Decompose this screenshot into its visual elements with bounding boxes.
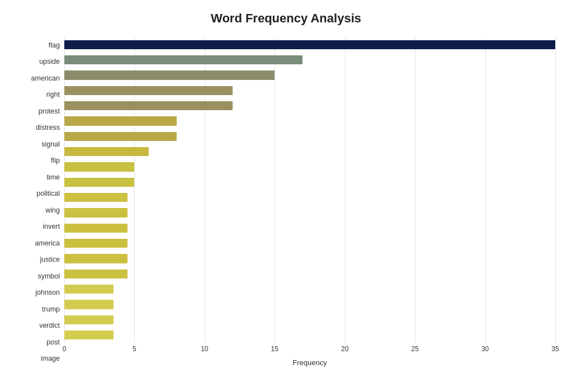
bar (64, 330, 114, 339)
bar (64, 193, 127, 202)
bar (64, 86, 233, 95)
bar-row (64, 52, 555, 67)
bar-row (64, 282, 555, 297)
bar-row (64, 159, 555, 174)
bar (64, 70, 275, 79)
y-label: protest (39, 103, 64, 120)
bar-row (64, 144, 555, 159)
y-label: trump (42, 301, 64, 318)
x-tick: 10 (201, 345, 208, 353)
bar (64, 285, 114, 294)
x-tick: 20 (341, 345, 348, 353)
bar-row (64, 174, 555, 190)
x-tick: 5 (133, 345, 136, 353)
y-label: america (35, 235, 64, 252)
y-label: symbol (37, 268, 64, 285)
bar-row (64, 37, 555, 52)
bar (64, 132, 177, 141)
bar-row (64, 114, 555, 129)
bar-row (64, 328, 555, 343)
bars-wrapper (64, 37, 555, 343)
bar-row (64, 83, 555, 98)
x-tick: 30 (481, 345, 489, 353)
bar (64, 101, 233, 110)
grid-line (555, 37, 556, 343)
y-label: distress (36, 120, 64, 136)
bar (64, 162, 134, 171)
y-label: signal (41, 136, 64, 153)
bar (64, 315, 114, 324)
bar-row (64, 312, 555, 327)
y-label: justice (40, 252, 64, 268)
y-axis-labels: flagupsideamericanrightprotestdistresssi… (17, 37, 64, 367)
bar-row (64, 205, 555, 220)
x-tick: 35 (551, 345, 559, 353)
bar (64, 239, 127, 248)
x-tick: 15 (271, 345, 278, 353)
bar-row (64, 98, 555, 113)
chart-container: Word Frequency Analysis flagupsideameric… (0, 0, 572, 392)
y-label: johnson (35, 285, 64, 301)
bar (64, 178, 134, 187)
bar (64, 270, 127, 278)
bar-row (64, 190, 555, 205)
bar-row (64, 235, 555, 251)
x-axis-title: Frequency (64, 358, 555, 367)
y-label: right (46, 87, 64, 103)
chart-title: Word Frequency Analysis (17, 11, 555, 26)
bar (64, 208, 127, 217)
bar-row (64, 68, 555, 83)
y-label: flag (49, 37, 64, 54)
y-label: flip (51, 153, 64, 169)
y-label: political (36, 186, 64, 202)
chart-area: flagupsideamericanrightprotestdistresssi… (17, 37, 555, 367)
y-label: american (31, 70, 64, 87)
bars-section: 05101520253035 Frequency (64, 37, 555, 367)
x-axis-labels: 05101520253035 (64, 345, 555, 356)
y-label: verdict (39, 318, 64, 334)
bar (64, 224, 127, 233)
y-label: image (41, 351, 64, 367)
bar-row (64, 220, 555, 235)
x-tick: 0 (63, 345, 67, 353)
bar (64, 300, 114, 309)
y-label: upside (39, 54, 64, 70)
bar-row (64, 266, 555, 281)
y-label: post (46, 334, 64, 351)
bar (64, 147, 149, 156)
bar (64, 40, 555, 49)
bar (64, 116, 177, 125)
y-label: time (46, 169, 64, 186)
grid-and-bars (64, 37, 555, 343)
x-tick: 25 (411, 345, 418, 353)
y-label: wing (45, 202, 64, 219)
bar-row (64, 297, 555, 312)
y-label: invert (42, 219, 64, 235)
bar (64, 55, 302, 64)
bar-row (64, 251, 555, 266)
bar-row (64, 129, 555, 144)
bar (64, 254, 127, 263)
